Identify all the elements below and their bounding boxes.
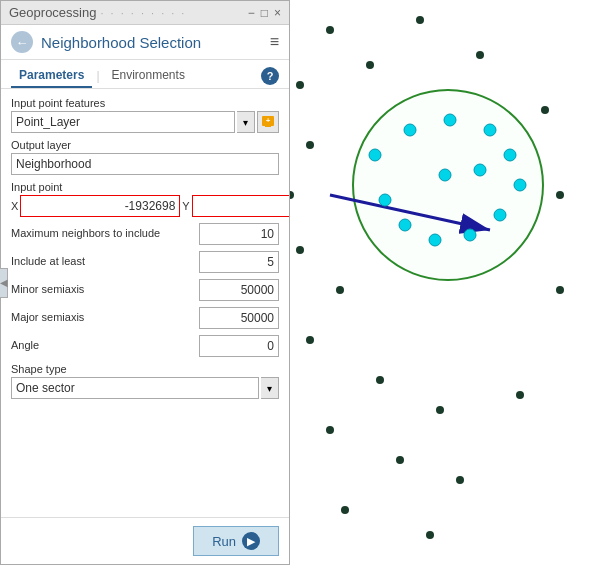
run-button[interactable]: Run ▶ — [193, 526, 279, 556]
major-semiaxis-input[interactable] — [199, 307, 279, 329]
minimize-button[interactable]: − — [248, 6, 255, 20]
output-layer-row — [11, 153, 279, 175]
y-input[interactable] — [192, 195, 289, 217]
shape-type-field[interactable] — [11, 377, 259, 399]
menu-icon[interactable]: ≡ — [270, 33, 279, 51]
restore-button[interactable]: □ — [261, 6, 268, 20]
minor-semiaxis-input[interactable] — [199, 279, 279, 301]
input-point-features-label: Input point features — [11, 97, 279, 109]
output-layer-group: Output layer — [11, 139, 279, 175]
add-layer-icon: + — [260, 114, 276, 130]
tab-environments[interactable]: Environments — [104, 64, 193, 88]
help-button[interactable]: ? — [261, 67, 279, 85]
x-input[interactable] — [20, 195, 180, 217]
svg-rect-1 — [265, 125, 271, 127]
output-layer-label: Output layer — [11, 139, 279, 151]
y-label: Y — [182, 200, 189, 212]
input-point-label: Input point — [11, 181, 279, 193]
cyan-point — [484, 124, 496, 136]
dark-point — [426, 531, 434, 539]
tab-separator: | — [96, 69, 99, 83]
panel-header-title: Neighborhood Selection — [41, 34, 262, 51]
panel-title: Geoprocessing — [9, 5, 96, 20]
tab-parameters[interactable]: Parameters — [11, 64, 92, 88]
dark-point — [336, 286, 344, 294]
major-semiaxis-label: Major semiaxis — [11, 311, 199, 324]
geoprocessing-panel: Geoprocessing · · · · · · · · · − □ × ← … — [0, 0, 290, 565]
include-at-least-row: Include at least — [11, 251, 279, 273]
map-svg — [290, 0, 595, 565]
angle-label: Angle — [11, 339, 199, 352]
panel-tabs: Parameters | Environments ? — [1, 60, 289, 89]
panel-body: Input point features ▾ + Output layer — [1, 89, 289, 517]
cyan-point — [514, 179, 526, 191]
cyan-point — [474, 164, 486, 176]
include-at-least-label: Include at least — [11, 255, 199, 268]
input-point-features-field[interactable] — [11, 111, 235, 133]
dark-point — [296, 246, 304, 254]
angle-input[interactable] — [199, 335, 279, 357]
cyan-point — [444, 114, 456, 126]
dark-point — [306, 141, 314, 149]
titlebar-dots: · · · · · · · · · — [100, 7, 186, 19]
selection-circle — [353, 90, 543, 280]
titlebar-left: Geoprocessing · · · · · · · · · — [9, 5, 186, 20]
panel-footer: Run ▶ — [1, 517, 289, 564]
back-button[interactable]: ← — [11, 31, 33, 53]
minor-semiaxis-row: Minor semiaxis — [11, 279, 279, 301]
dark-point — [436, 406, 444, 414]
dark-point — [326, 26, 334, 34]
close-button[interactable]: × — [274, 6, 281, 20]
include-at-least-input[interactable] — [199, 251, 279, 273]
shape-type-label: Shape type — [11, 363, 279, 375]
selection-arrow — [330, 195, 490, 230]
dark-point — [556, 191, 564, 199]
dark-point — [416, 16, 424, 24]
output-layer-field[interactable] — [11, 153, 279, 175]
svg-text:+: + — [266, 116, 271, 125]
dark-point — [476, 51, 484, 59]
dark-point — [341, 506, 349, 514]
dark-point — [296, 81, 304, 89]
max-neighbors-input[interactable] — [199, 223, 279, 245]
dark-point — [326, 426, 334, 434]
shape-type-dropdown[interactable]: ▾ — [261, 377, 279, 399]
panel-header: ← Neighborhood Selection ≡ — [1, 25, 289, 60]
cyan-point — [504, 149, 516, 161]
input-point-group: Input point X Y — [11, 181, 279, 217]
shape-type-group: Shape type ▾ — [11, 363, 279, 399]
run-icon: ▶ — [242, 532, 260, 550]
dark-point — [541, 106, 549, 114]
input-point-features-dropdown[interactable]: ▾ — [237, 111, 255, 133]
angle-row: Angle — [11, 335, 279, 357]
x-label: X — [11, 200, 18, 212]
titlebar: Geoprocessing · · · · · · · · · − □ × — [1, 1, 289, 25]
input-point-features-row: ▾ + — [11, 111, 279, 133]
max-neighbors-label: Maximum neighbors to include — [11, 227, 199, 240]
titlebar-controls: − □ × — [248, 6, 281, 20]
dark-point — [516, 391, 524, 399]
cyan-point — [404, 124, 416, 136]
cyan-point — [369, 149, 381, 161]
cyan-point — [494, 209, 506, 221]
dark-point — [306, 336, 314, 344]
input-point-features-group: Input point features ▾ + — [11, 97, 279, 133]
panel-resize-handle[interactable]: ◀ — [0, 268, 8, 298]
dark-point — [366, 61, 374, 69]
cyan-point — [399, 219, 411, 231]
cyan-point — [439, 169, 451, 181]
dark-point — [396, 456, 404, 464]
dark-point — [290, 191, 294, 199]
map-area — [290, 0, 595, 565]
cyan-point — [379, 194, 391, 206]
input-point-features-add[interactable]: + — [257, 111, 279, 133]
cyan-point — [464, 229, 476, 241]
dark-point — [376, 376, 384, 384]
run-label: Run — [212, 534, 236, 549]
major-semiaxis-row: Major semiaxis — [11, 307, 279, 329]
minor-semiaxis-label: Minor semiaxis — [11, 283, 199, 296]
shape-type-row: ▾ — [11, 377, 279, 399]
dark-point — [456, 476, 464, 484]
dark-point — [556, 286, 564, 294]
max-neighbors-row: Maximum neighbors to include — [11, 223, 279, 245]
